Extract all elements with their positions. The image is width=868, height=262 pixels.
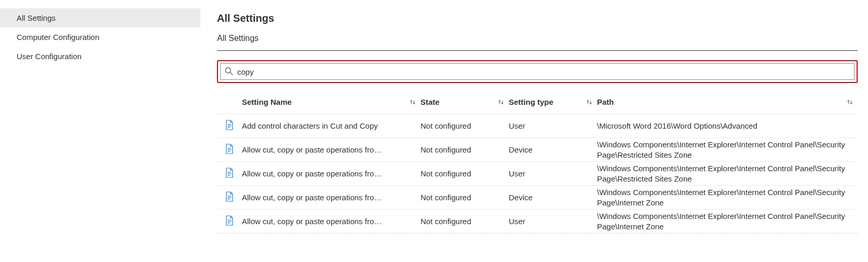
cell-state: Not configured <box>421 193 471 202</box>
cell-setting-name: Add control characters in Cut and Copy <box>242 121 378 130</box>
cell-state: Not configured <box>421 145 471 154</box>
table-row[interactable]: Allow cut, copy or paste operations fro…… <box>217 138 858 162</box>
sort-icon <box>405 99 416 106</box>
cell-setting-type: User <box>509 169 525 178</box>
cell-state: Not configured <box>421 121 471 130</box>
cell-path: \Microsoft Word 2016\Word Options\Advanc… <box>597 121 757 130</box>
search-box[interactable] <box>220 63 855 80</box>
column-header-label: State <box>421 98 440 106</box>
cell-path: \Windows Components\Internet Explorer\In… <box>597 188 845 207</box>
sidebar-item-label: Computer Configuration <box>17 33 99 42</box>
search-input[interactable] <box>233 67 850 76</box>
main-content: All Settings All Settings Setting Name <box>200 0 868 262</box>
document-icon <box>225 144 234 156</box>
cell-state: Not configured <box>421 217 471 226</box>
column-header-label: Setting type <box>509 98 553 106</box>
cell-path: \Windows Components\Internet Explorer\In… <box>597 164 845 183</box>
column-header-path[interactable]: Path <box>597 98 858 106</box>
table-row[interactable]: Allow cut, copy or paste operations fro…… <box>217 162 858 186</box>
sidebar: All Settings Computer Configuration User… <box>0 0 200 262</box>
table-row[interactable]: Add control characters in Cut and CopyNo… <box>217 114 858 138</box>
column-header-label: Setting Name <box>242 98 292 106</box>
cell-path: \Windows Components\Internet Explorer\In… <box>597 140 845 159</box>
cell-setting-type: Device <box>509 193 533 202</box>
table-row[interactable]: Allow cut, copy or paste operations fro…… <box>217 186 858 210</box>
sidebar-item-label: All Settings <box>17 13 56 22</box>
column-header-setting-type[interactable]: Setting type <box>509 98 597 106</box>
document-icon <box>225 191 234 203</box>
document-icon <box>225 215 234 227</box>
sort-icon <box>493 99 505 106</box>
page-title: All Settings <box>217 12 858 24</box>
search-icon <box>225 67 233 77</box>
cell-setting-name: Allow cut, copy or paste operations fro… <box>242 193 382 202</box>
table-header: Setting Name State Setting type Path <box>217 90 858 114</box>
sort-icon <box>581 99 593 106</box>
search-highlight <box>217 60 858 83</box>
settings-table: Setting Name State Setting type Path Add… <box>217 90 858 233</box>
sidebar-item-user-configuration[interactable]: User Configuration <box>0 47 200 66</box>
document-icon <box>225 168 234 180</box>
cell-setting-type: User <box>509 217 525 226</box>
column-header-label: Path <box>597 98 614 106</box>
cell-setting-name: Allow cut, copy or paste operations fro… <box>242 217 382 226</box>
divider <box>217 50 858 51</box>
sidebar-item-computer-configuration[interactable]: Computer Configuration <box>0 27 200 47</box>
cell-setting-name: Allow cut, copy or paste operations fro… <box>242 145 382 154</box>
document-icon <box>225 120 234 132</box>
sidebar-item-all-settings[interactable]: All Settings <box>0 8 200 27</box>
column-header-state[interactable]: State <box>421 98 509 106</box>
cell-setting-type: Device <box>509 145 533 154</box>
column-header-setting-name[interactable]: Setting Name <box>242 98 421 106</box>
sidebar-item-label: User Configuration <box>17 52 82 61</box>
cell-state: Not configured <box>421 169 471 178</box>
cell-setting-name: Allow cut, copy or paste operations fro… <box>242 169 382 178</box>
cell-path: \Windows Components\Internet Explorer\In… <box>597 212 845 231</box>
table-row[interactable]: Allow cut, copy or paste operations fro…… <box>217 210 858 233</box>
sort-icon <box>842 99 853 106</box>
breadcrumb: All Settings <box>217 34 858 43</box>
cell-setting-type: User <box>509 121 525 130</box>
